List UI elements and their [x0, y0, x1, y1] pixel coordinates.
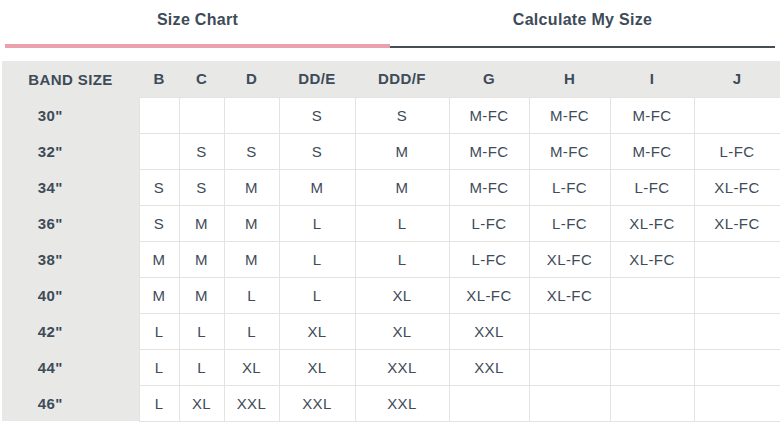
cup-header-cell: I — [610, 61, 694, 97]
cup-header-cell: G — [449, 61, 529, 97]
band-size-cell: 36" — [2, 205, 139, 241]
tab-calculate-my-size-label: Calculate My Size — [513, 11, 652, 29]
size-cell: L — [224, 277, 279, 313]
size-cell: XXL — [449, 313, 529, 349]
size-cell: XXL — [224, 385, 279, 421]
size-cell: L — [179, 349, 224, 385]
size-cell: L-FC — [610, 169, 694, 205]
size-cell — [694, 313, 780, 349]
size-cell: L — [139, 385, 179, 421]
band-size-cell: 42" — [2, 313, 139, 349]
cup-header-cell: C — [179, 61, 224, 97]
size-cell: M — [139, 277, 179, 313]
size-cell: XL-FC — [529, 241, 610, 277]
size-cell: XXL — [355, 385, 449, 421]
band-size-header-cell: BAND SIZE — [2, 61, 139, 97]
size-cell: L — [179, 313, 224, 349]
table-row: 36"SMMLLL-FCL-FCXL-FCXL-FC — [2, 205, 780, 241]
table-row: 46"LXLXXLXXLXXL — [2, 385, 780, 421]
size-cell: S — [139, 205, 179, 241]
band-size-cell: 44" — [2, 349, 139, 385]
size-cell: M-FC — [529, 97, 610, 133]
size-cell: XL-FC — [610, 205, 694, 241]
size-cell — [610, 385, 694, 421]
size-cell — [529, 313, 610, 349]
size-cell: M — [355, 169, 449, 205]
size-cell: S — [139, 169, 179, 205]
size-cell: M — [139, 241, 179, 277]
cup-header-cell: B — [139, 61, 179, 97]
table-row: 44"LLXLXLXXLXXL — [2, 349, 780, 385]
size-cell: M — [279, 169, 355, 205]
band-size-cell: 30" — [2, 97, 139, 133]
size-cell: M-FC — [610, 133, 694, 169]
size-cell: L-FC — [449, 241, 529, 277]
size-cell: M — [355, 133, 449, 169]
size-cell: S — [179, 169, 224, 205]
size-cell — [694, 241, 780, 277]
table-row: 40"MMLLXLXL-FCXL-FC — [2, 277, 780, 313]
size-cell: XL — [179, 385, 224, 421]
size-cell: XL — [279, 313, 355, 349]
size-cell: M-FC — [610, 97, 694, 133]
size-chart-page: Size Chart Calculate My Size BAND SIZEBC… — [0, 0, 780, 426]
size-cell: M-FC — [449, 97, 529, 133]
size-cell — [694, 277, 780, 313]
tab-bar: Size Chart Calculate My Size — [5, 0, 775, 48]
size-cell: S — [355, 97, 449, 133]
size-cell: M — [179, 241, 224, 277]
size-chart-header-row: BAND SIZEBCDDD/EDDD/FGHIJ — [2, 61, 780, 97]
band-size-cell: 40" — [2, 277, 139, 313]
size-cell — [610, 313, 694, 349]
size-cell: M-FC — [529, 133, 610, 169]
size-cell: L — [139, 349, 179, 385]
size-chart-body: 30"SSM-FCM-FCM-FC32"SSSMM-FCM-FCM-FCL-FC… — [2, 97, 780, 421]
size-cell — [179, 97, 224, 133]
size-cell: L — [279, 205, 355, 241]
size-cell: M — [224, 169, 279, 205]
table-row: 34"SSMMMM-FCL-FCL-FCXL-FC — [2, 169, 780, 205]
cup-header-cell: DD/E — [279, 61, 355, 97]
size-cell: XL-FC — [694, 169, 780, 205]
size-cell: XL — [279, 349, 355, 385]
size-chart-table: BAND SIZEBCDDD/EDDD/FGHIJ 30"SSM-FCM-FCM… — [2, 61, 780, 422]
size-cell: L — [279, 277, 355, 313]
table-row: 42"LLLXLXLXXL — [2, 313, 780, 349]
size-cell — [139, 133, 179, 169]
size-cell: L — [279, 241, 355, 277]
band-size-cell: 32" — [2, 133, 139, 169]
size-cell: XL-FC — [529, 277, 610, 313]
size-cell — [694, 385, 780, 421]
tab-size-chart[interactable]: Size Chart — [5, 0, 390, 48]
size-cell: M-FC — [449, 133, 529, 169]
size-cell: XL — [224, 349, 279, 385]
band-size-cell: 38" — [2, 241, 139, 277]
cup-header-cell: H — [529, 61, 610, 97]
size-cell: XL — [355, 313, 449, 349]
size-cell: XXL — [355, 349, 449, 385]
size-cell: L-FC — [529, 169, 610, 205]
table-row: 30"SSM-FCM-FCM-FC — [2, 97, 780, 133]
size-cell: M-FC — [449, 169, 529, 205]
tab-calculate-my-size[interactable]: Calculate My Size — [390, 0, 775, 48]
band-size-cell: 46" — [2, 385, 139, 421]
band-size-cell: 34" — [2, 169, 139, 205]
size-cell — [529, 349, 610, 385]
size-cell — [224, 97, 279, 133]
size-cell: XL-FC — [610, 241, 694, 277]
cup-header-cell: J — [694, 61, 780, 97]
size-cell: S — [179, 133, 224, 169]
tab-size-chart-label: Size Chart — [157, 11, 238, 29]
size-cell: L — [355, 205, 449, 241]
table-row: 32"SSSMM-FCM-FCM-FCL-FC — [2, 133, 780, 169]
size-cell: XL — [355, 277, 449, 313]
table-row: 38"MMMLLL-FCXL-FCXL-FC — [2, 241, 780, 277]
size-cell: S — [224, 133, 279, 169]
size-cell: XL-FC — [449, 277, 529, 313]
size-cell: M — [224, 241, 279, 277]
size-cell: M — [224, 205, 279, 241]
size-cell: L-FC — [449, 205, 529, 241]
size-cell: S — [279, 97, 355, 133]
size-cell — [449, 385, 529, 421]
cup-header-cell: DDD/F — [355, 61, 449, 97]
